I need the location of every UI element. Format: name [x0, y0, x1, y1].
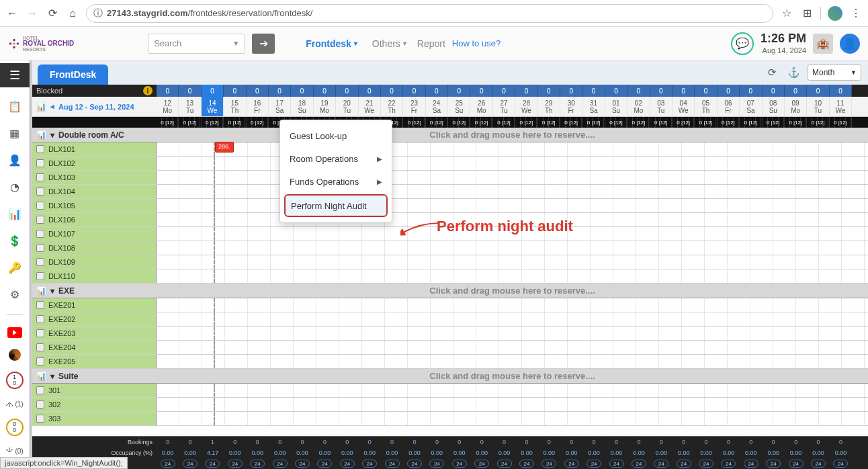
key-icon[interactable]: 🔑	[7, 259, 23, 275]
dropdown-item[interactable]: Perform Night Audit	[284, 194, 388, 217]
checkbox[interactable]	[36, 329, 44, 337]
home-icon[interactable]: ⌂	[66, 7, 79, 20]
room-timeline[interactable]: 286.	[157, 142, 868, 156]
date-cell[interactable]: 31Sa	[582, 97, 605, 116]
date-cell[interactable]: 12Mo	[157, 97, 179, 116]
collapse-icon[interactable]: ▾	[50, 130, 54, 140]
checkbox[interactable]	[36, 145, 44, 153]
date-cell[interactable]: 21We	[359, 97, 381, 116]
room-label[interactable]: EXE201	[32, 298, 157, 312]
date-cell[interactable]: 07Sa	[740, 97, 762, 116]
anchor-icon[interactable]: ⚓	[786, 65, 801, 80]
checkbox[interactable]	[36, 386, 44, 394]
checkbox[interactable]	[36, 159, 44, 167]
date-range-label[interactable]: Aug 12 - Sep 11, 2024	[58, 103, 134, 111]
date-cell[interactable]: 08Su	[763, 97, 785, 116]
room-label[interactable]: 301	[32, 384, 157, 397]
menu-toggle-icon[interactable]: ☰	[0, 63, 30, 87]
checkbox[interactable]	[36, 230, 44, 238]
checkbox[interactable]	[36, 343, 44, 351]
room-label[interactable]: 303	[32, 412, 157, 425]
date-cell[interactable]: 03Tu	[650, 97, 672, 116]
profile-avatar[interactable]	[828, 6, 842, 21]
date-cell[interactable]: 14We	[202, 97, 224, 116]
departures-badge[interactable]: 0 0	[6, 419, 24, 436]
room-timeline[interactable]	[157, 298, 868, 312]
chevron-left-icon[interactable]: ◂	[50, 102, 54, 111]
date-cell[interactable]: 10Tu	[807, 97, 829, 116]
booking-block[interactable]: 286.	[215, 142, 234, 153]
date-cell[interactable]: 18Su	[291, 97, 313, 116]
pie-chart-icon[interactable]: ◔	[7, 179, 23, 195]
kebab-menu-icon[interactable]: ⋮	[849, 7, 863, 20]
room-timeline[interactable]	[157, 241, 868, 255]
checkbox[interactable]	[36, 244, 44, 252]
menu-report[interactable]: Report	[417, 38, 445, 49]
date-cell[interactable]: 01Su	[605, 97, 627, 116]
room-timeline[interactable]	[157, 255, 868, 269]
checkbox[interactable]	[36, 187, 44, 196]
money-icon[interactable]: 💲	[7, 232, 23, 249]
date-cell[interactable]: 02Mo	[627, 97, 650, 116]
room-label[interactable]: EXE203	[32, 327, 157, 340]
menu-howto[interactable]: How to use?	[452, 38, 501, 48]
room-label[interactable]: DLX108	[32, 241, 157, 255]
extensions-icon[interactable]: ⊞	[800, 7, 814, 20]
user-menu-icon[interactable]: 👤	[840, 34, 860, 54]
palette-icon[interactable]	[9, 349, 21, 361]
date-cell[interactable]: 05Th	[695, 97, 717, 116]
menu-frontdesk[interactable]: Frontdesk ▾	[302, 34, 361, 54]
date-cell[interactable]: 29Th	[538, 97, 560, 116]
room-label[interactable]: DLX101	[32, 142, 157, 156]
room-label[interactable]: EXE205	[32, 355, 157, 368]
tab-frontdesk[interactable]: FrontDesk	[38, 65, 108, 85]
checkbox[interactable]	[36, 272, 44, 280]
refresh-icon[interactable]: ⟳	[765, 65, 779, 80]
menu-others[interactable]: Others ▾	[368, 34, 410, 54]
checkbox[interactable]	[36, 216, 44, 224]
dashboard-icon[interactable]: ▦	[7, 125, 23, 141]
dropdown-item[interactable]: Room Operations▶	[280, 147, 392, 170]
room-timeline[interactable]	[157, 341, 868, 354]
checkbox[interactable]	[36, 173, 44, 181]
building-icon[interactable]: 🏨	[813, 34, 833, 54]
room-timeline[interactable]	[157, 171, 868, 184]
back-icon[interactable]: ←	[5, 7, 19, 20]
checkbox[interactable]	[36, 400, 44, 409]
arrivals-count[interactable]: (1)	[5, 400, 23, 408]
date-cell[interactable]: 16Fr	[247, 97, 269, 116]
dropdown-item[interactable]: Guest Look-up	[280, 124, 392, 147]
site-info-icon[interactable]: ⓘ	[93, 7, 103, 19]
search-go-button[interactable]: ➔	[252, 34, 275, 54]
room-label[interactable]: DLX109	[32, 255, 157, 269]
date-cell[interactable]: 24Sa	[426, 97, 448, 116]
room-label[interactable]: DLX107	[32, 227, 157, 241]
youtube-icon[interactable]	[7, 327, 22, 338]
date-cell[interactable]: 17Sa	[269, 97, 291, 116]
room-timeline[interactable]	[157, 398, 868, 411]
room-type-header[interactable]: 📊▾EXEClick and drag mouse here to reserv…	[32, 284, 868, 298]
date-cell[interactable]: 11We	[830, 97, 852, 116]
date-cell[interactable]: 27Tu	[493, 97, 515, 116]
room-timeline[interactable]	[157, 355, 868, 368]
collapse-icon[interactable]: ▾	[50, 372, 54, 381]
date-cell[interactable]: 28We	[515, 97, 537, 116]
arrivals-badge[interactable]: 1 0	[6, 372, 24, 389]
info-icon[interactable]: i	[143, 86, 153, 95]
date-cell[interactable]: 19Mo	[314, 97, 336, 116]
search-select[interactable]: Search ▼	[148, 34, 245, 54]
room-label[interactable]: EXE202	[32, 312, 157, 326]
room-label[interactable]: DLX104	[32, 185, 157, 198]
room-timeline[interactable]	[157, 412, 868, 425]
dropdown-item[interactable]: Funds Operations▶	[280, 170, 392, 193]
checkbox[interactable]	[36, 315, 44, 323]
room-label[interactable]: DLX105	[32, 199, 157, 212]
room-timeline[interactable]	[157, 157, 868, 170]
room-label[interactable]: DLX103	[32, 171, 157, 184]
date-cell[interactable]: 15Th	[224, 97, 246, 116]
date-cell[interactable]: 25Su	[448, 97, 470, 116]
room-label[interactable]: DLX106	[32, 213, 157, 226]
date-cell[interactable]: 04We	[672, 97, 695, 116]
person-icon[interactable]: 👤	[7, 152, 23, 168]
room-label[interactable]: EXE204	[32, 341, 157, 354]
